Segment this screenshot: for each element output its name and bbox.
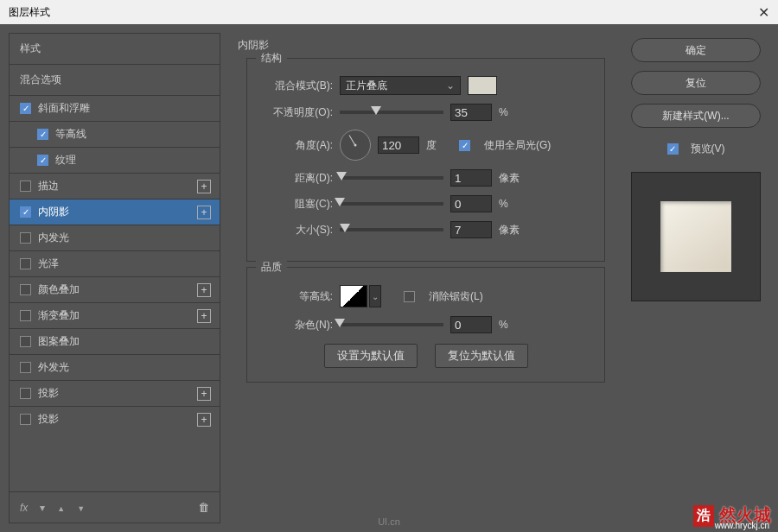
style-checkbox[interactable] [37,155,48,166]
fx-menu[interactable]: fx [20,502,28,514]
watermark-badge: 浩 [693,505,714,527]
blend-mode-row: 混合模式(B): 正片叠底 [259,76,592,95]
angle-row: 角度(A): 度 使用全局光(G) [259,130,592,161]
preview-label: 预览(V) [691,142,725,156]
contour-label: 等高线: [259,289,333,304]
cancel-button[interactable]: 复位 [631,71,761,95]
style-row-7[interactable]: 颜色叠加+ [10,276,220,302]
add-effect-icon[interactable]: + [197,206,211,219]
style-checkbox[interactable] [20,310,31,321]
choke-input[interactable] [450,195,492,212]
style-label: 纹理 [55,153,76,168]
style-label: 斜面和浮雕 [38,101,90,116]
effect-title: 内阴影 [238,38,605,53]
style-checkbox[interactable] [20,180,31,192]
add-effect-icon[interactable]: + [197,309,211,323]
style-row-4[interactable]: 内阴影+ [10,199,220,225]
ui-logo: UI.cn [378,516,400,527]
style-checkbox[interactable] [20,103,31,114]
set-default-button[interactable]: 设置为默认值 [324,344,418,368]
style-label: 渐变叠加 [38,308,80,323]
style-checkbox[interactable] [20,258,31,269]
move-up-icon[interactable] [57,502,65,514]
style-label: 内阴影 [38,205,69,219]
style-row-3[interactable]: 描边+ [10,173,220,199]
choke-unit: % [499,198,525,210]
choke-label: 阻塞(C): [259,197,333,212]
style-row-10[interactable]: 外发光 [10,354,220,380]
style-checkbox[interactable] [20,362,31,373]
chevron-down-icon [446,79,455,92]
distance-input[interactable] [450,169,492,187]
opacity-slider[interactable] [340,111,443,114]
angle-input[interactable] [378,136,419,154]
noise-slider[interactable] [340,323,443,326]
style-label: 内发光 [38,231,69,245]
global-light-checkbox[interactable] [459,140,470,151]
style-checkbox[interactable] [37,129,48,140]
distance-slider[interactable] [340,176,443,180]
blend-mode-label: 混合模式(B): [259,79,333,93]
style-label: 图案叠加 [38,334,80,349]
blend-mode-select[interactable]: 正片叠底 [340,76,461,95]
blend-options[interactable]: 混合选项 [10,64,220,95]
noise-label: 杂色(N): [259,318,333,332]
reset-default-button[interactable]: 复位为默认值 [435,344,528,368]
opacity-input[interactable] [450,104,492,121]
chevron-down-icon[interactable]: ▾ [40,502,45,514]
style-checkbox[interactable] [20,336,31,347]
add-effect-icon[interactable]: + [197,283,211,297]
style-row-0[interactable]: 斜面和浮雕 [10,95,220,121]
noise-row: 杂色(N): % [259,316,592,333]
add-effect-icon[interactable]: + [197,180,211,193]
style-row-8[interactable]: 渐变叠加+ [10,302,220,328]
contour-picker[interactable]: ⌄ [340,285,381,307]
style-checkbox[interactable] [20,388,31,399]
choke-slider[interactable] [340,202,443,206]
left-footer: fx ▾ [10,491,220,522]
preview-checkbox[interactable] [667,143,679,155]
size-input[interactable] [450,221,492,238]
styles-header[interactable]: 样式 [10,34,220,64]
style-checkbox[interactable] [20,206,31,218]
main-area: 样式 混合选项 斜面和浮雕等高线纹理描边+内阴影+内发光光泽颜色叠加+渐变叠加+… [0,24,778,532]
structure-label: 结构 [256,51,287,66]
shadow-color-swatch[interactable] [468,76,497,95]
move-down-icon[interactable] [77,502,85,514]
preview-swatch [660,201,731,272]
size-unit: 像素 [499,223,525,238]
style-row-6[interactable]: 光泽 [10,250,220,276]
left-panel: 样式 混合选项 斜面和浮雕等高线纹理描边+内阴影+内发光光泽颜色叠加+渐变叠加+… [9,33,220,523]
new-style-button[interactable]: 新建样式(W)... [631,104,761,128]
style-row-9[interactable]: 图案叠加 [10,328,220,354]
style-checkbox[interactable] [20,232,31,244]
style-label: 颜色叠加 [38,282,80,297]
close-icon[interactable]: ✕ [758,4,769,21]
quality-label: 品质 [256,260,287,275]
size-slider[interactable] [340,228,443,231]
opacity-unit: % [499,106,525,118]
antialias-checkbox[interactable] [404,291,415,302]
style-checkbox[interactable] [20,414,31,425]
choke-row: 阻塞(C): % [259,195,592,212]
distance-row: 距离(D): 像素 [259,169,592,187]
style-row-5[interactable]: 内发光 [10,225,220,250]
center-panel: 内阴影 结构 混合模式(B): 正片叠底 不透明度(O): % 角度(A): [229,33,614,523]
angle-dial[interactable] [340,130,371,161]
distance-label: 距离(D): [259,171,333,186]
style-row-11[interactable]: 投影+ [10,380,220,406]
add-effect-icon[interactable]: + [197,387,211,401]
ok-button[interactable]: 确定 [631,38,761,62]
size-row: 大小(S): 像素 [259,221,592,238]
style-row-12[interactable]: 投影+ [10,406,220,432]
style-row-1[interactable]: 等高线 [10,121,220,147]
trash-icon[interactable] [198,501,209,514]
contour-thumb [340,285,367,307]
distance-unit: 像素 [499,171,525,186]
preview-box [631,172,761,301]
style-label: 光泽 [38,256,59,271]
noise-input[interactable] [450,316,492,333]
style-row-2[interactable]: 纹理 [10,147,220,173]
add-effect-icon[interactable]: + [197,413,211,427]
style-checkbox[interactable] [20,284,31,295]
